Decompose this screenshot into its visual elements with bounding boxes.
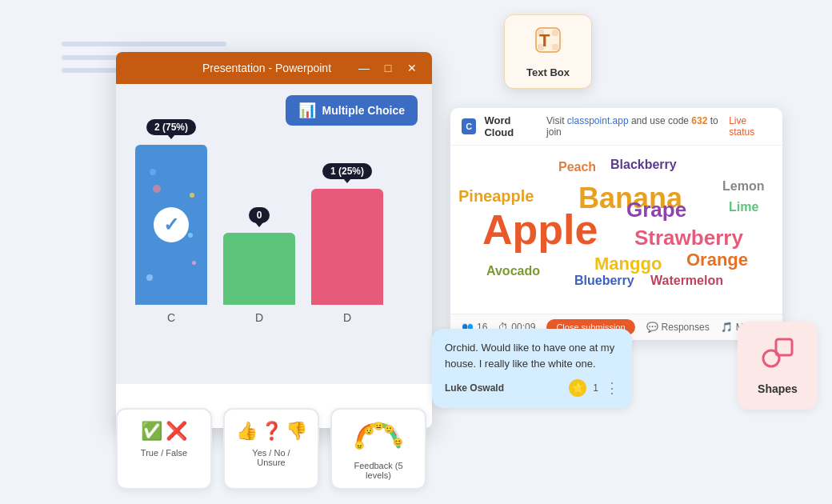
word-avocado: Avocado (486, 264, 540, 278)
bar-c-xlabel: C (167, 311, 175, 324)
svg-point-15 (763, 350, 779, 366)
bar-d1 (223, 233, 295, 305)
bar-c-checkmark: ✓ (154, 207, 189, 242)
thumbsdown-icon: 👎 (286, 421, 307, 442)
bar-group-d1: 0 D (223, 233, 295, 324)
svg-rect-11 (552, 44, 558, 50)
word-grape: Grape (626, 198, 686, 222)
wc-body: Apple Banana Strawberry Grape Blackberry… (450, 146, 782, 314)
wc-live-status: Live status (729, 115, 771, 138)
card-true-false[interactable]: ✅ ❌ True / False (116, 408, 212, 490)
textbox-tooltip: T Text Box (504, 14, 592, 89)
comment-footer: Luke Oswald ⭐ 1 ⋮ (445, 379, 619, 397)
x-icon: ❌ (166, 421, 187, 442)
svg-text:🙂: 🙂 (384, 424, 394, 434)
svg-rect-13 (538, 30, 544, 36)
bar-d2-label-top: 1 (25%) (322, 163, 372, 179)
word-pineapple: Pineapple (458, 187, 534, 206)
chart-area: 📊 Multiple Choice 2 (75%) ✓ (116, 84, 432, 384)
card-feedback-gauge: 😠 😟 😐 🙂 😊 (354, 421, 402, 454)
card-feedback-label: Feedback (5 levels) (345, 461, 412, 480)
textbox-T-icon: T (533, 25, 563, 62)
question-icon: ❓ (261, 421, 282, 442)
shapes-icon (762, 336, 794, 374)
bar-c: ✓ (135, 145, 207, 305)
card-true-false-label: True / False (141, 448, 187, 458)
maximize-button[interactable]: □ (381, 61, 395, 75)
bar-d1-xlabel: D (255, 311, 263, 324)
svg-text:😊: 😊 (393, 437, 402, 447)
wc-code: 632 (691, 115, 707, 126)
word-lime: Lime (729, 200, 758, 214)
word-orange: Orange (686, 250, 748, 270)
ppt-window: Presentation - Powerpoint — □ ✕ 📊 Multip… (116, 52, 432, 428)
bar-group-c: 2 (75%) ✓ C (135, 145, 207, 324)
card-yes-no-label: Yes / No / Unsure (238, 448, 305, 467)
wc-responses: 💬 Responses (646, 322, 710, 333)
card-yes-no-icons: 👍 ❓ 👎 (236, 421, 307, 442)
responses-icon: 💬 (646, 322, 658, 333)
ppt-title: Presentation - Powerpoint (177, 62, 357, 74)
shapes-button[interactable]: Shapes (738, 322, 818, 410)
comment-star-count: 1 (593, 382, 598, 394)
word-peach: Peach (558, 160, 596, 174)
wc-title: Word Cloud (484, 114, 538, 138)
responses-label: Responses (662, 322, 710, 333)
bar-d1-label-top: 0 (249, 207, 270, 223)
comment-bubble: Orchid. Would like to have one at my hou… (432, 329, 632, 408)
wc-header: C Word Cloud Visit classpoint.app and us… (450, 108, 782, 146)
svg-text:😠: 😠 (354, 440, 365, 450)
check-icon: ✅ (141, 421, 162, 442)
svg-rect-12 (538, 44, 544, 50)
word-blackberry: Blackberry (610, 158, 677, 172)
bars-container: 2 (75%) ✓ C 0 D (135, 100, 413, 324)
wc-visit-text: Visit classpoint.app and use code 632 to… (546, 115, 721, 138)
music-icon: 🎵 (721, 322, 733, 333)
comment-author: Luke Oswald (445, 382, 504, 394)
word-lemon: Lemon (722, 179, 764, 194)
bar-group-d2: 1 (25%) D (311, 189, 383, 324)
comment-star-icon: ⭐ (569, 379, 586, 397)
thumbsup-icon: 👍 (236, 421, 258, 442)
minimize-button[interactable]: — (357, 61, 371, 75)
ppt-controls: — □ ✕ (357, 61, 419, 75)
wc-code-prefix: and use code (631, 115, 691, 126)
wordcloud-panel: C Word Cloud Visit classpoint.app and us… (450, 108, 782, 340)
card-true-false-icons: ✅ ❌ (141, 421, 187, 442)
close-button[interactable]: ✕ (405, 61, 419, 75)
word-watermelon: Watermelon (650, 274, 723, 288)
textbox-label: Text Box (526, 66, 570, 78)
card-feedback[interactable]: 😠 😟 😐 🙂 😊 Feedback (5 levels) (330, 408, 426, 490)
word-mango: Manggo (594, 254, 662, 274)
ppt-titlebar: Presentation - Powerpoint — □ ✕ (116, 52, 432, 84)
word-strawberry: Strawberry (634, 226, 743, 250)
wc-url[interactable]: classpoint.app (567, 115, 629, 126)
card-yes-no[interactable]: 👍 ❓ 👎 Yes / No / Unsure (223, 408, 319, 490)
bar-c-label-top: 2 (75%) (146, 119, 196, 135)
classpoint-logo: C (462, 118, 476, 134)
bottom-cards: ✅ ❌ True / False 👍 ❓ 👎 Yes / No / Unsure… (116, 408, 426, 490)
bar-d2-xlabel: D (343, 311, 351, 324)
comment-more-button[interactable]: ⋮ (605, 379, 619, 397)
svg-rect-10 (552, 30, 558, 36)
shapes-label: Shapes (758, 382, 798, 395)
bar-d2 (311, 189, 383, 305)
word-blueberry: Blueberry (574, 274, 634, 288)
svg-text:😐: 😐 (374, 421, 384, 431)
comment-text: Orchid. Would like to have one at my hou… (445, 340, 619, 371)
